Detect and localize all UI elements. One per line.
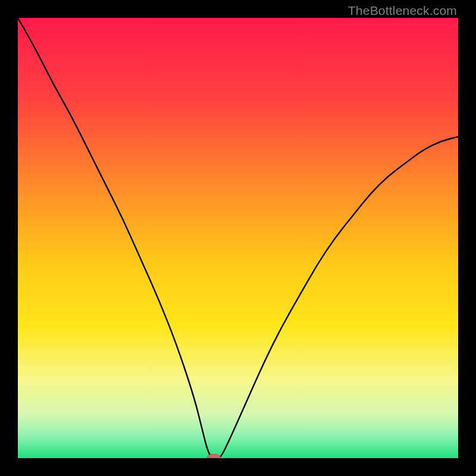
chart-frame: TheBottleneck.com xyxy=(0,0,476,476)
chart-svg xyxy=(18,18,458,458)
watermark-text: TheBottleneck.com xyxy=(348,4,457,18)
plot-area xyxy=(18,18,458,458)
gradient-background xyxy=(18,18,458,458)
